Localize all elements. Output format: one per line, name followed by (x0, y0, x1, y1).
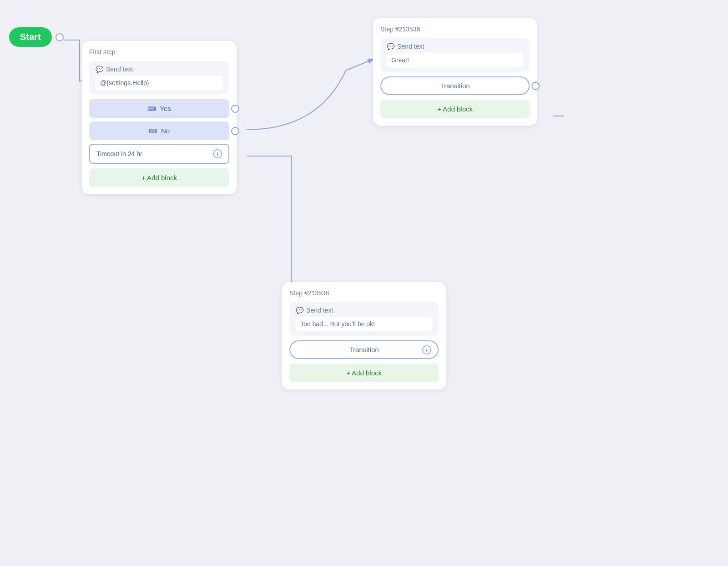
timeout-button[interactable]: Timeout in 24 hr + (89, 144, 229, 164)
yes-keyboard-icon (147, 105, 156, 112)
step-213536-add-block-button[interactable]: + Add block (380, 100, 530, 118)
yes-connector-circle (231, 105, 239, 113)
first-step-send-text-block: 💬 Send text @{settings.Hello} (89, 61, 229, 95)
step-213538-transition-label: Transition (349, 346, 379, 354)
step-213536-id-label: Step #213536 (380, 25, 530, 33)
step-213538-send-text-label: Send text (306, 307, 333, 314)
first-step-send-text-label: Send text (106, 66, 133, 73)
step-213538-card: Step #213538 💬 Send text Too bad... But … (282, 282, 446, 389)
step-213536-transition-circle (531, 82, 540, 90)
step-213536-transition-label: Transition (440, 82, 470, 90)
timeout-label: Timeout in 24 hr (96, 150, 142, 157)
step-213538-transition-plus-icon: + (422, 345, 431, 354)
yes-choice-button[interactable]: Yes (89, 99, 229, 118)
start-button[interactable]: Start (9, 27, 52, 47)
step-213536-send-text-value: Great! (387, 53, 523, 67)
first-step-send-text-header: 💬 Send text (96, 66, 223, 73)
step-213536-transition-button[interactable]: Transition (380, 76, 530, 95)
step-213538-msg-icon: 💬 (296, 307, 303, 314)
yes-label: Yes (160, 105, 171, 112)
step-213538-send-text-block: 💬 Send text Too bad... But you'll be ok! (289, 302, 439, 336)
canvas: Start First step 💬 Send text @{settings.… (0, 0, 728, 566)
step-213538-add-block-button[interactable]: + Add block (289, 364, 439, 382)
timeout-plus-icon: + (213, 149, 222, 158)
step-213536-msg-icon: 💬 (387, 43, 394, 50)
step-213538-id-label: Step #213538 (289, 289, 439, 297)
first-step-msg-icon: 💬 (96, 66, 103, 73)
no-choice-button[interactable]: No (89, 121, 229, 140)
no-connector-circle (231, 127, 239, 135)
step-213538-send-text-value: Too bad... But you'll be ok! (296, 317, 432, 331)
first-step-send-text-value: @{settings.Hello} (96, 76, 223, 90)
step-213536-send-text-header: 💬 Send text (387, 43, 523, 50)
step-213538-transition-button[interactable]: Transition + (289, 340, 439, 359)
first-step-add-block-button[interactable]: + Add block (89, 168, 229, 187)
step-213536-send-text-block: 💬 Send text Great! (380, 38, 530, 72)
no-label: No (161, 127, 170, 135)
start-connector-circle (56, 33, 64, 41)
start-node: Start (9, 27, 64, 47)
step-213536-card: Step #213536 💬 Send text Great! Transiti… (373, 18, 537, 126)
no-keyboard-icon (149, 127, 157, 135)
step-213536-send-text-label: Send text (397, 43, 424, 50)
step-213538-send-text-header: 💬 Send text (296, 307, 432, 314)
first-step-card: First step 💬 Send text @{settings.Hello}… (82, 41, 237, 194)
first-step-label: First step (89, 48, 229, 56)
